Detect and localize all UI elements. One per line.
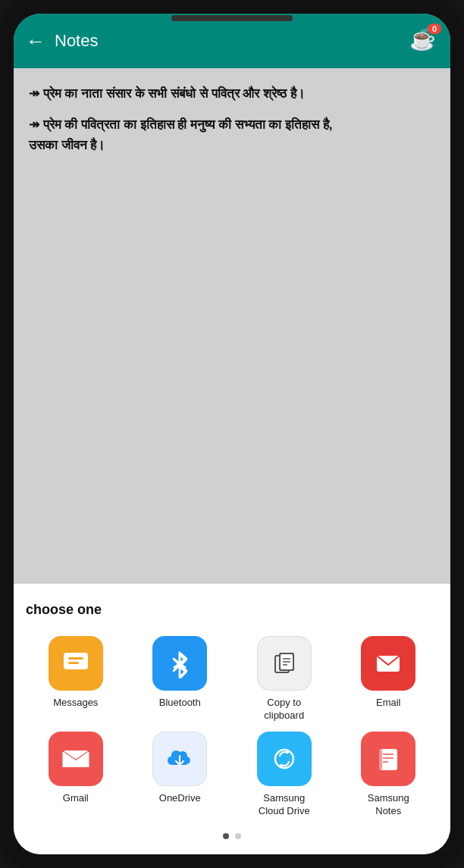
app-item-gmail[interactable]: Gmail (26, 732, 126, 818)
bottom-sheet: choose one Messages (14, 584, 450, 854)
apps-grid: Messages (26, 636, 438, 818)
dot-inactive (235, 833, 241, 839)
app-item-samsung-cloud[interactable]: Samsung Cloud Drive (234, 732, 334, 818)
onedrive-icon (152, 732, 207, 786)
app-item-bluetooth[interactable]: Bluetooth (130, 636, 230, 722)
svg-rect-2 (68, 657, 83, 660)
pagination-dots (26, 833, 438, 839)
messages-icon (49, 636, 103, 691)
svg-rect-3 (68, 662, 79, 664)
svg-rect-0 (64, 653, 88, 669)
notes-content: ↠ प्रेम का नाता संसार के सभी संबंधो से प… (14, 68, 450, 584)
note-line-2: ↠ प्रेम की पवित्रता का इतिहास ही मनुष्य … (29, 114, 435, 155)
messages-label: Messages (53, 697, 98, 710)
note-line-1: ↠ प्रेम का नाता संसार के सभी संबंधो से प… (29, 83, 435, 104)
app-item-samsung-notes[interactable]: Samsung Notes (339, 732, 439, 818)
clipboard-label: Copy to clipboard (264, 697, 304, 722)
samsung-cloud-icon (257, 732, 312, 786)
bluetooth-label: Bluetooth (159, 697, 201, 710)
page-title: Notes (55, 31, 409, 51)
phone-screen: ← Notes ☕ 0 ↠ प्रेम का नाता संसार के सभी… (14, 14, 450, 854)
choose-one-title: choose one (26, 602, 438, 618)
phone-frame: ← Notes ☕ 0 ↠ प्रेम का नाता संसार के सभी… (0, 0, 464, 868)
app-item-onedrive[interactable]: OneDrive (130, 732, 230, 818)
note-text: ↠ प्रेम का नाता संसार के सभी संबंधो से प… (29, 83, 435, 156)
svg-rect-15 (64, 750, 88, 767)
email-icon (361, 636, 415, 691)
badge-count: 0 (428, 24, 441, 34)
dot-active (223, 833, 229, 839)
samsung-notes-icon (361, 732, 415, 786)
back-button[interactable]: ← (26, 31, 45, 51)
svg-rect-23 (379, 749, 382, 770)
clipboard-icon (257, 636, 312, 691)
samsung-cloud-label: Samsung Cloud Drive (259, 792, 310, 818)
gmail-label: Gmail (63, 792, 89, 805)
app-header: ← Notes ☕ 0 (14, 14, 450, 68)
bluetooth-icon (152, 636, 207, 691)
onedrive-label: OneDrive (159, 792, 201, 805)
gmail-icon (49, 732, 103, 786)
phone-notch (171, 15, 293, 21)
app-item-clipboard[interactable]: Copy to clipboard (234, 636, 334, 722)
email-label: Email (376, 697, 401, 710)
badge-container: ☕ 0 (409, 27, 438, 55)
app-item-email[interactable]: Email (339, 636, 439, 722)
app-item-messages[interactable]: Messages (26, 636, 126, 722)
samsung-notes-label: Samsung Notes (368, 792, 409, 818)
